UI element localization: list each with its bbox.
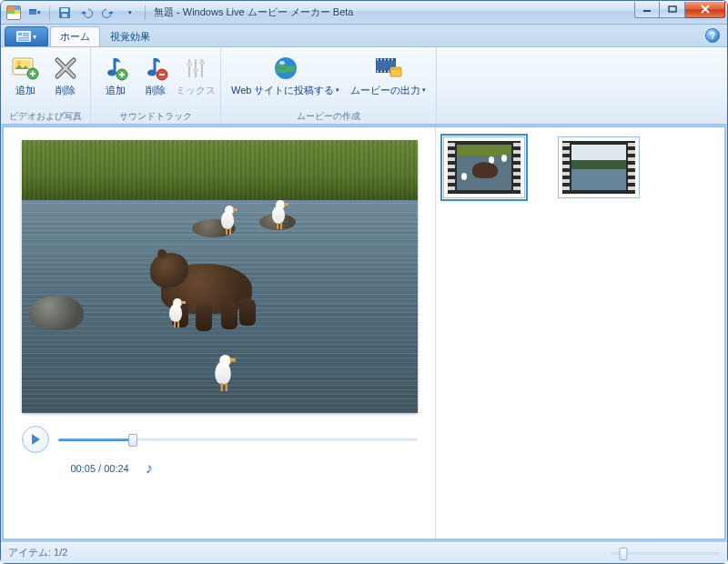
close-button[interactable] <box>685 2 725 18</box>
ribbon-group-make-movie-label: ムービーの作成 <box>297 109 360 124</box>
delete-x-icon <box>51 54 80 83</box>
svg-point-15 <box>17 61 21 65</box>
zoom-slider[interactable] <box>611 546 720 560</box>
svg-rect-33 <box>391 59 393 61</box>
film-export-icon <box>374 54 403 83</box>
tab-home[interactable]: ホーム <box>50 26 100 46</box>
minimize-button[interactable] <box>634 2 660 18</box>
clip-thumbnail[interactable] <box>558 136 640 198</box>
mixer-icon <box>181 54 210 83</box>
music-remove-icon <box>141 54 170 83</box>
app-icon <box>6 5 21 20</box>
redo-button[interactable] <box>98 4 118 22</box>
storyboard[interactable] <box>436 127 724 539</box>
workspace: 00:05 / 00:24 ♪ <box>3 126 725 539</box>
svg-rect-8 <box>18 33 22 35</box>
seek-slider[interactable] <box>58 431 418 448</box>
svg-rect-4 <box>62 14 67 17</box>
media-add-label: 追加 <box>15 85 35 96</box>
status-bar: アイテム: 1/2 <box>1 541 727 563</box>
sound-add-button[interactable]: 追加 <box>96 49 135 107</box>
svg-rect-35 <box>380 71 382 73</box>
svg-rect-5 <box>643 10 651 12</box>
svg-rect-37 <box>388 71 389 73</box>
svg-rect-34 <box>377 71 379 73</box>
svg-rect-32 <box>388 59 389 61</box>
movie-output-button[interactable]: ムービーの出力▾ <box>346 49 430 107</box>
app-window: ▾ ▾ 無題 - Windows Live ムービー メーカー Beta <box>0 0 728 564</box>
help-button[interactable]: ? <box>705 28 720 43</box>
clip-thumbnail[interactable] <box>443 136 525 198</box>
preview-pane: 00:05 / 00:24 ♪ <box>4 127 436 539</box>
save-button[interactable] <box>55 4 75 22</box>
svg-rect-21 <box>187 63 192 66</box>
media-remove-button[interactable]: 削除 <box>46 49 85 107</box>
svg-rect-10 <box>23 35 29 37</box>
video-preview[interactable] <box>22 140 418 413</box>
svg-point-17 <box>107 70 116 76</box>
svg-rect-3 <box>61 8 68 12</box>
ribbon-group-soundtrack: 追加 削除 ミックス サウンドトラック <box>91 47 221 124</box>
sound-mix-button: ミックス <box>177 49 215 107</box>
tab-visual-effects[interactable]: 視覚効果 <box>100 26 160 46</box>
svg-rect-22 <box>193 68 198 72</box>
movie-output-label: ムービーの出力 <box>350 85 420 96</box>
sound-add-label: 追加 <box>106 85 126 96</box>
svg-rect-36 <box>384 71 386 73</box>
ribbon: 追加 削除 ビデオおよび写真 追加 <box>1 46 727 125</box>
ribbon-group-make-movie: Web サイトに投稿する▾ ムービーの出力▾ ムービーの作成 <box>221 47 437 124</box>
qat-customize-button[interactable]: ▾ <box>120 4 140 22</box>
play-button[interactable] <box>22 426 49 453</box>
player-controls <box>22 426 418 453</box>
maximize-button[interactable] <box>660 2 685 18</box>
svg-rect-31 <box>384 59 386 61</box>
svg-rect-6 <box>669 6 676 12</box>
publish-web-label: Web サイトに投稿する <box>231 85 334 96</box>
playback-time: 00:05 / 00:24 <box>71 463 129 474</box>
music-note-icon: ♪ <box>146 460 153 477</box>
window-buttons <box>634 2 725 18</box>
media-add-button[interactable]: 追加 <box>6 49 45 107</box>
undo-button[interactable] <box>76 4 96 22</box>
status-item-count: アイテム: 1/2 <box>8 546 67 559</box>
ribbon-group-soundtrack-label: サウンドトラック <box>119 109 192 124</box>
svg-point-19 <box>147 70 157 76</box>
sound-remove-label: 削除 <box>146 85 166 96</box>
photo-add-icon <box>11 54 40 83</box>
music-add-icon <box>101 54 130 83</box>
ribbon-tabstrip: ▾ ホーム 視覚効果 ? <box>1 25 727 46</box>
window-title: 無題 - Windows Live ムービー メーカー Beta <box>154 5 353 19</box>
svg-rect-30 <box>380 59 382 61</box>
svg-rect-9 <box>23 33 29 35</box>
publish-web-button[interactable]: Web サイトに投稿する▾ <box>227 49 344 107</box>
file-menu-button[interactable]: ▾ <box>5 26 48 46</box>
ribbon-group-media: 追加 削除 ビデオおよび写真 <box>1 47 91 124</box>
sound-remove-button[interactable]: 削除 <box>136 49 175 107</box>
titlebar: ▾ ▾ 無題 - Windows Live ムービー メーカー Beta <box>1 1 727 25</box>
sound-mix-label: ミックス <box>176 85 216 96</box>
ribbon-group-media-label: ビデオおよび写真 <box>9 109 82 124</box>
globe-icon <box>271 54 300 83</box>
svg-rect-11 <box>18 37 29 39</box>
svg-rect-12 <box>18 40 29 42</box>
media-remove-label: 削除 <box>56 85 76 96</box>
quick-access-toolbar: ▾ ▾ <box>25 1 148 24</box>
svg-rect-1 <box>29 9 36 11</box>
app-menu-dropdown[interactable]: ▾ <box>25 4 45 22</box>
svg-rect-29 <box>377 59 379 61</box>
svg-rect-23 <box>199 61 205 65</box>
svg-point-25 <box>279 61 285 65</box>
svg-rect-40 <box>390 67 401 70</box>
